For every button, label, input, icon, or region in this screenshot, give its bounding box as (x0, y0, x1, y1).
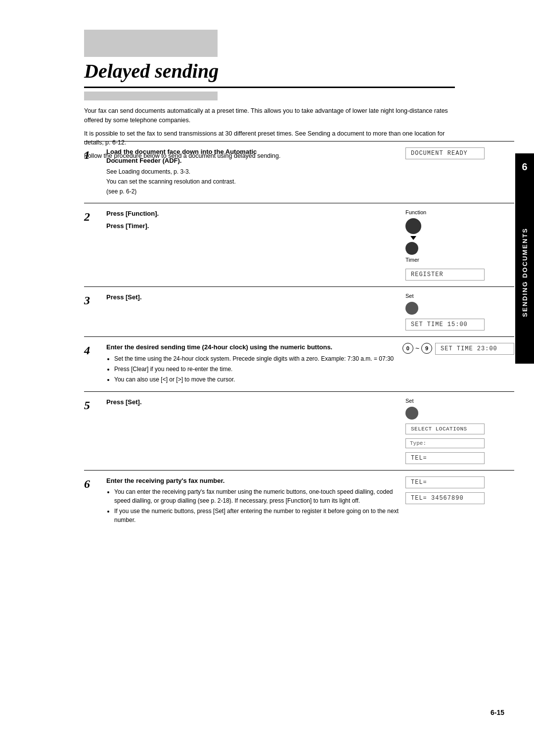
step-3-display: Set SET TIME 15:00 (400, 293, 514, 331)
step-2-title-line1: Press [Function]. (106, 209, 400, 218)
step-2: 2 Press [Function]. Press [Timer]. Funct… (84, 203, 514, 286)
step-4-lcd: SET TIME 23:00 (435, 343, 514, 355)
step-5-set-button (405, 407, 418, 420)
step-2-lcd: REGISTER (405, 269, 485, 281)
step-4-bullet-1: Set the time using the 24-hour clock sys… (114, 354, 398, 363)
step-3-lcd: SET TIME 15:00 (405, 319, 485, 331)
step-1-number: 1 (84, 147, 104, 197)
chapter-title: Delayed sending (84, 59, 219, 83)
step-6-content: Enter the receiving party's fax number. … (104, 476, 400, 526)
step-1-lcd: DOCUMENT READY (405, 147, 485, 159)
step-2-content: Press [Function]. Press [Timer]. (104, 209, 400, 281)
step-5-type-text: Type: (410, 440, 426, 446)
step-6-bullet-1: You can enter the receiving party's fax … (114, 487, 400, 505)
steps-container: 1 Load the document face down into the A… (84, 141, 514, 532)
step-4-tilde: ~ (415, 344, 419, 352)
step-4-title: Enter the desired sending time (24-hour … (106, 343, 398, 352)
title-hr (84, 87, 455, 88)
step-4-bullets: Set the time using the 24-hour clock sys… (106, 354, 398, 384)
step-6-title: Enter the receiving party's fax number. (106, 476, 400, 485)
step-4-range-start: 0 (402, 343, 413, 354)
side-tab: SENDING DOCUMENTS (515, 181, 534, 364)
step-1-content: Load the document face down into the Aut… (104, 147, 400, 197)
step-2-display: Function Timer REGISTER (400, 209, 514, 281)
step-2-function-button (405, 218, 421, 234)
step-5-btn-label: Set (405, 398, 414, 404)
step-1-sub: See Loading documents, p. 3-3. You can s… (106, 167, 400, 196)
step-4-bullet-3: You can also use [<] or [>] to move the … (114, 375, 398, 384)
step-5-type-label: Type: (405, 438, 485, 448)
step-3: 3 Press [Set]. Set SET TIME 15:00 (84, 286, 514, 336)
step-6-number: 6 (84, 476, 104, 526)
step-2-btn1-label: Function (405, 209, 426, 215)
step-2-timer-button (405, 242, 418, 255)
chapter-num-tab: 6 (515, 153, 534, 181)
page-number: 6-15 (490, 709, 504, 716)
step-5-title: Press [Set]. (106, 398, 400, 407)
step-1-display: DOCUMENT READY (400, 147, 514, 197)
step-6-bullets: You can enter the receiving party's fax … (106, 487, 400, 524)
step-4-num-range: 0 ~ 9 (402, 343, 432, 354)
second-gray-bar (84, 92, 218, 100)
top-gray-bar (84, 30, 218, 57)
step-4-content: Enter the desired sending time (24-hour … (104, 343, 398, 385)
step-5-lcd2: TEL= (405, 452, 485, 464)
step-3-set-button (405, 302, 418, 315)
step-2-title-line2: Press [Timer]. (106, 222, 400, 231)
step-5: 5 Press [Set]. Set SELECT LOCATIONS Type… (84, 391, 514, 470)
step-2-arrow-down (410, 236, 416, 240)
step-6-lcd1: TEL= (405, 476, 485, 488)
step-4-display: 0 ~ 9 SET TIME 23:00 (398, 343, 514, 385)
side-tab-label: SENDING DOCUMENTS (521, 228, 529, 317)
step-3-number: 3 (84, 293, 104, 331)
chapter-num: 6 (522, 161, 527, 173)
step-6: 6 Enter the receiving party's fax number… (84, 470, 514, 532)
step-6-lcd2: TEL= 34567890 (405, 492, 485, 504)
step-1: 1 Load the document face down into the A… (84, 141, 514, 203)
step-4-bullet-2: Press [Clear] if you need to re-enter th… (114, 365, 398, 374)
step-5-number: 5 (84, 398, 104, 464)
step-3-btn-label: Set (405, 293, 414, 299)
step-4: 4 Enter the desired sending time (24-hou… (84, 336, 514, 391)
step-6-display: TEL= TEL= 34567890 (400, 476, 514, 526)
step-5-lcd1: SELECT LOCATIONS (405, 424, 485, 434)
step-2-number: 2 (84, 209, 104, 281)
step-2-btn2-label: Timer (405, 257, 419, 263)
step-6-bullet-2: If you use the numeric buttons, press [S… (114, 507, 400, 524)
page-container: Delayed sending Your fax can send docume… (0, 0, 534, 756)
step-1-title: Load the document face down into the Aut… (106, 147, 400, 165)
intro-para1: Your fax can send documents automaticall… (84, 106, 450, 125)
step-5-content: Press [Set]. (104, 398, 400, 464)
step-4-range-end: 9 (421, 343, 432, 354)
step-3-title: Press [Set]. (106, 293, 400, 302)
step-5-display: Set SELECT LOCATIONS Type: TEL= (400, 398, 514, 464)
step-3-content: Press [Set]. (104, 293, 400, 331)
step-4-number: 4 (84, 343, 104, 385)
